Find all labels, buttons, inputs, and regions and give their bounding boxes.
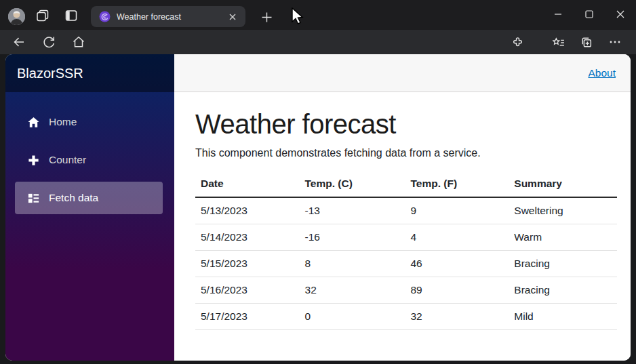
cell-summary: Bracing bbox=[509, 277, 617, 304]
cell-temp-c: -13 bbox=[300, 197, 405, 224]
sidebar-item-counter[interactable]: Counter bbox=[15, 144, 163, 176]
cell-date: 5/14/2023 bbox=[195, 224, 300, 251]
cell-temp-c: 0 bbox=[300, 304, 405, 330]
cell-date: 5/13/2023 bbox=[195, 197, 300, 224]
cell-summary: Bracing bbox=[509, 251, 617, 277]
table-row: 5/15/2023 8 46 Bracing bbox=[195, 251, 617, 277]
column-header-summary: Summary bbox=[509, 171, 617, 197]
avatar-photo bbox=[8, 8, 25, 25]
collections-icon[interactable] bbox=[578, 35, 593, 49]
main-area: About Weather forecast This component de… bbox=[174, 54, 631, 361]
table-row: 5/17/2023 0 32 Mild bbox=[195, 304, 617, 330]
cell-temp-f: 9 bbox=[405, 197, 509, 224]
sidebar-item-label: Home bbox=[49, 116, 77, 128]
sidebar-item-label: Fetch data bbox=[49, 192, 98, 204]
list-rich-icon bbox=[27, 192, 40, 205]
brand-link[interactable]: BlazorSSR bbox=[17, 66, 83, 81]
tab-title: Weather forecast bbox=[117, 12, 226, 22]
cell-temp-c: -16 bbox=[300, 224, 405, 251]
cell-temp-f: 46 bbox=[405, 251, 509, 277]
table-header-row: Date Temp. (C) Temp. (F) Summary bbox=[195, 171, 617, 197]
about-link[interactable]: About bbox=[588, 67, 616, 79]
sidebar: BlazorSSR Home Counter bbox=[5, 54, 174, 361]
tab-layout-icon[interactable] bbox=[64, 8, 79, 23]
sidebar-nav: Home Counter bbox=[5, 92, 174, 214]
new-tab-icon[interactable] bbox=[258, 9, 275, 25]
refresh-icon[interactable] bbox=[41, 35, 56, 49]
top-row: About bbox=[174, 54, 631, 92]
sidebar-item-label: Counter bbox=[49, 154, 86, 166]
column-header-date: Date bbox=[195, 171, 300, 197]
favorites-icon[interactable] bbox=[551, 35, 565, 49]
home-icon[interactable] bbox=[71, 35, 86, 49]
page-title: Weather forecast bbox=[195, 109, 617, 140]
cell-summary: Sweltering bbox=[509, 197, 617, 224]
back-icon[interactable] bbox=[12, 35, 26, 49]
home-icon bbox=[27, 116, 40, 129]
page-viewport: BlazorSSR Home Counter bbox=[5, 54, 631, 361]
close-icon[interactable] bbox=[605, 0, 636, 28]
cell-summary: Mild bbox=[509, 304, 617, 330]
table-row: 5/14/2023 -16 4 Warm bbox=[195, 224, 617, 251]
brand-row: BlazorSSR bbox=[5, 54, 174, 92]
minimize-icon[interactable] bbox=[542, 0, 574, 28]
sidebar-item-home[interactable]: Home bbox=[15, 106, 163, 138]
cell-date: 5/17/2023 bbox=[195, 304, 300, 330]
cell-summary: Warm bbox=[509, 224, 617, 251]
browser-toolbar: https://localhost:7247/fetchdata bbox=[0, 30, 636, 54]
plus-icon bbox=[27, 154, 40, 167]
extensions-icon[interactable] bbox=[510, 35, 525, 49]
table-row: 5/13/2023 -13 9 Sweltering bbox=[195, 197, 617, 224]
workspaces-icon[interactable] bbox=[35, 8, 50, 23]
tab-close-icon[interactable] bbox=[226, 11, 239, 23]
cell-date: 5/16/2023 bbox=[195, 277, 300, 304]
cell-temp-f: 89 bbox=[405, 277, 509, 304]
cell-temp-c: 8 bbox=[300, 251, 405, 277]
cell-temp-f: 4 bbox=[405, 224, 509, 251]
mouse-cursor bbox=[291, 7, 306, 26]
table-row: 5/16/2023 32 89 Bracing bbox=[195, 277, 617, 304]
more-menu-icon[interactable] bbox=[608, 35, 622, 49]
profile-avatar[interactable] bbox=[8, 8, 25, 25]
cell-date: 5/15/2023 bbox=[195, 251, 300, 277]
page-description: This component demonstrates fetching dat… bbox=[195, 147, 617, 159]
cell-temp-c: 32 bbox=[300, 277, 405, 304]
cell-temp-f: 32 bbox=[405, 304, 509, 330]
column-header-temp-f: Temp. (F) bbox=[405, 171, 509, 197]
forecast-table: Date Temp. (C) Temp. (F) Summary 5/13/20… bbox=[195, 171, 617, 330]
browser-tab[interactable]: Weather forecast bbox=[91, 6, 245, 27]
blazor-favicon bbox=[99, 11, 111, 22]
article: Weather forecast This component demonstr… bbox=[174, 92, 631, 330]
browser-titlebar: Weather forecast bbox=[0, 0, 636, 30]
column-header-temp-c: Temp. (C) bbox=[300, 171, 405, 197]
sidebar-item-fetchdata[interactable]: Fetch data bbox=[15, 182, 163, 214]
maximize-icon[interactable] bbox=[574, 0, 605, 28]
